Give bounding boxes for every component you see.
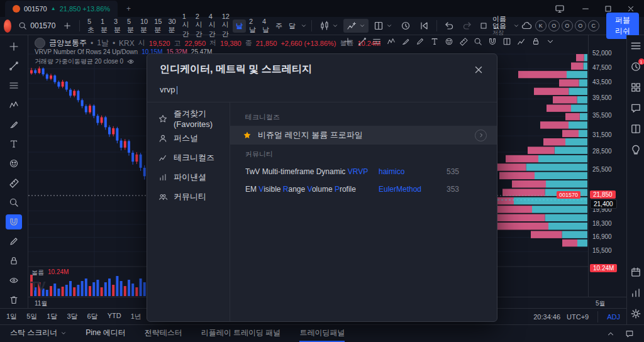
nav-personal[interactable]: 퍼스널 (147, 128, 230, 148)
zoom-fav-icon[interactable] (474, 37, 482, 46)
magnet-fav-icon[interactable] (488, 37, 497, 46)
timeframe-more-icon[interactable] (301, 23, 307, 29)
hide-tool[interactable] (6, 273, 22, 288)
multi-monitor-icon[interactable] (555, 4, 565, 14)
measure-tool[interactable] (6, 175, 22, 190)
expand-panel-icon[interactable] (606, 329, 615, 338)
emoji-fav-icon[interactable] (445, 37, 453, 46)
sidebar-ideas[interactable] (630, 144, 641, 155)
text-tool[interactable] (6, 136, 22, 152)
vwma-legend[interactable]: 거래량 가중이동평균 20 close 0 (35, 57, 135, 66)
chart-style-button[interactable] (316, 19, 341, 33)
footer-tab-2[interactable]: 전략테스터 (145, 325, 182, 342)
close-window-icon[interactable] (626, 4, 635, 13)
layout-grid-button[interactable] (370, 19, 396, 33)
crosshair-tool-icon[interactable] (343, 37, 352, 46)
price-axis[interactable]: 52,00047,50043,50039,50035,50031,50028,5… (588, 35, 627, 297)
minimize-icon[interactable] (581, 4, 590, 13)
nav-favorites[interactable]: 즐겨찾기 (Favorites) (147, 109, 230, 128)
footer-tab-3[interactable]: 리플레이 트레이딩 패널 (201, 325, 281, 342)
indicator-search-input[interactable]: vrvp (147, 82, 497, 102)
compare-add-icon[interactable] (60, 19, 75, 32)
pencil-fav-icon[interactable] (416, 37, 425, 46)
sidebar-hotlists[interactable] (630, 82, 641, 93)
more-fav-icon[interactable] (546, 37, 555, 46)
quick-circle-0[interactable]: K (535, 20, 547, 31)
symbol-search[interactable]: 001570 (16, 21, 58, 30)
timeframe-12시간[interactable]: 12시간 (219, 11, 233, 41)
text-fav-icon[interactable] (430, 37, 439, 46)
user-avatar[interactable] (4, 19, 11, 33)
nav-community[interactable]: 커뮤니티 (147, 187, 230, 206)
timeframe-5분[interactable]: 5분 (124, 16, 137, 36)
timeframe-4시간[interactable]: 4시간 (206, 11, 219, 41)
alert-button[interactable] (397, 19, 414, 33)
emoji-tool[interactable] (6, 156, 22, 171)
pattern-tool[interactable] (6, 97, 22, 113)
fib-tool[interactable] (6, 78, 22, 93)
trash-tool[interactable] (6, 292, 22, 307)
measure-fav-icon[interactable] (459, 37, 468, 46)
sidebar-data-window[interactable] (630, 123, 641, 135)
layout-name-menu[interactable]: 이름없음 저장 (492, 16, 509, 36)
brush-tool[interactable] (6, 117, 22, 132)
timeframe-15분[interactable]: 15분 (151, 16, 165, 36)
sidebar-trading-panel[interactable] (630, 287, 641, 299)
details-chevron[interactable] (475, 130, 487, 141)
layout-menu-chevron-icon[interactable] (513, 23, 519, 29)
footer-tab-0[interactable]: 스탁 스크리너 (10, 325, 67, 342)
undo-button[interactable] (441, 19, 457, 33)
timeframe-달[interactable]: 달 (286, 19, 299, 33)
zigzag-fav-icon[interactable] (517, 37, 526, 46)
script-author[interactable]: EulerMethod (379, 185, 447, 194)
timeframe-1시간[interactable]: 1시간 (179, 11, 192, 41)
nav-technicals[interactable]: 테크니컬즈 (147, 148, 230, 167)
indicator-row-community[interactable]: TwV Multi-timeframe Dynamic VRVPhaimico5… (230, 163, 497, 180)
timeframe-4날[interactable]: 4날 (259, 16, 272, 36)
trend-line-tool[interactable] (6, 58, 22, 74)
eye-icon[interactable] (127, 58, 135, 65)
sidebar-chat[interactable] (630, 102, 641, 114)
range-YTD[interactable]: YTD (108, 312, 121, 321)
footer-tab-1[interactable]: Pine 에디터 (86, 325, 125, 342)
quick-circle-1[interactable]: O (548, 20, 560, 31)
indicator-row-community[interactable]: EM Visible Range Volume ProfileEulerMeth… (230, 180, 497, 198)
range-1년[interactable]: 1년 (131, 312, 142, 321)
volume-pane-legend[interactable]: 볼륨 10.24M (31, 268, 69, 277)
magnet-tool[interactable] (6, 214, 22, 229)
pattern-fav-icon[interactable] (387, 37, 396, 46)
lock-tool[interactable] (6, 253, 22, 268)
shapes-fav-icon[interactable] (502, 37, 511, 46)
brush-fav-icon[interactable] (401, 37, 410, 46)
range-3달[interactable]: 3달 (67, 312, 77, 321)
timezone[interactable]: UTC+9 (567, 313, 589, 321)
quick-circle-2[interactable]: O (562, 20, 573, 31)
range-5일[interactable]: 5일 (26, 312, 37, 321)
timeframe-30분[interactable]: 30분 (165, 16, 179, 36)
lock-fav-icon[interactable] (531, 37, 540, 46)
footer-tab-4[interactable]: 트레이딩패널 (299, 325, 345, 342)
range-1일[interactable]: 1일 (6, 312, 17, 321)
cursor-tool[interactable] (6, 39, 22, 54)
dialog-close-icon[interactable] (473, 64, 484, 75)
replay-button[interactable] (416, 19, 432, 33)
nav-financials[interactable]: 파이낸셜 (147, 167, 230, 187)
script-author[interactable]: haimico (379, 167, 447, 176)
sidebar-alerts[interactable]: 1 (630, 61, 641, 72)
trend-line-fav-icon[interactable] (358, 37, 367, 46)
timeframe-5초[interactable]: 5초 (84, 16, 97, 36)
support-chat-icon[interactable] (625, 329, 634, 338)
clock[interactable]: 20:34:46 (533, 313, 560, 321)
adjusted-data-toggle[interactable]: ADJ (607, 313, 620, 321)
sidebar-watchlist[interactable] (630, 40, 641, 52)
cloud-save-icon[interactable] (521, 21, 531, 31)
draw-tool[interactable] (6, 234, 22, 249)
timeframe-2날[interactable]: 2날 (246, 16, 259, 36)
maximize-icon[interactable] (604, 4, 613, 13)
sidebar-settings[interactable] (630, 308, 641, 319)
timeframe-날[interactable]: 날 (233, 19, 246, 33)
timeframe-10분[interactable]: 10분 (137, 16, 151, 36)
timeframe-3분[interactable]: 3분 (111, 16, 124, 36)
horizontal-line-fav-icon[interactable] (372, 37, 381, 46)
timeframe-주[interactable]: 주 (272, 19, 286, 33)
